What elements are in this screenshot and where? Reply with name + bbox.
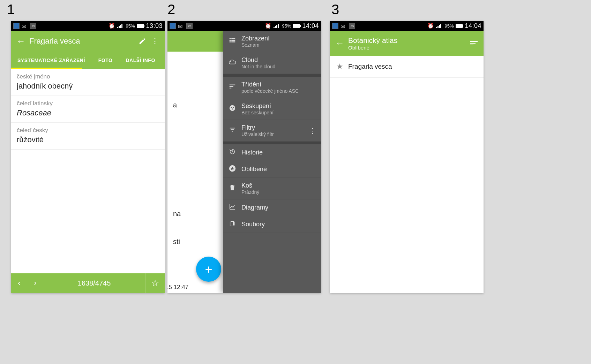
mail-icon: [341, 23, 347, 28]
favorites-icon: [228, 165, 237, 174]
field-family-latin[interactable]: čeleď latinsky Rosaceae: [11, 96, 165, 123]
drawer-label: Soubory: [241, 221, 265, 228]
list-view-icon: [228, 37, 237, 46]
svg-point-12: [232, 108, 233, 109]
tab-systematic[interactable]: SYSTEMATICKÉ ZAŘAZENÍ: [17, 58, 85, 63]
battery-percent: 95%: [444, 23, 454, 29]
drawer-label: Koš: [241, 182, 259, 189]
svg-rect-0: [230, 38, 231, 39]
drawer-item-cloud[interactable]: CloudNot in the cloud: [223, 52, 321, 74]
mail-icon: [178, 23, 184, 28]
drawer-item-kos[interactable]: KošPrázdný: [223, 178, 321, 199]
chart-icon: [228, 203, 237, 212]
drawer-item-historie[interactable]: Historie: [223, 144, 321, 161]
field-value: Rosaceae: [17, 108, 159, 117]
signal-icon: [274, 23, 280, 28]
overflow-menu-button[interactable]: ⋮: [149, 37, 161, 46]
svg-rect-3: [231, 38, 235, 39]
battery-icon: [456, 24, 463, 28]
battery-icon: [293, 24, 300, 28]
svg-rect-4: [231, 40, 235, 41]
screenshot-2: ▭ 95% 14:04 ⋮ a na sti 15 12:47 ＋: [167, 21, 321, 293]
drawer-item-soubory[interactable]: Soubory: [223, 216, 321, 233]
drawer-item-seskupeni[interactable]: SeskupeníBez seskupení: [223, 98, 321, 120]
tab-bar: SYSTEMATICKÉ ZAŘAZENÍ FOTO DALŠÍ INFO: [11, 52, 165, 69]
filter-icon: [228, 126, 237, 135]
drawer-sublabel: Seznam: [241, 42, 270, 48]
drawer-label: Historie: [241, 149, 263, 156]
drawer-label: Diagramy: [241, 204, 268, 211]
history-icon: [228, 148, 237, 157]
field-czech-name[interactable]: české jméno jahodník obecný: [11, 69, 165, 96]
files-icon: [228, 220, 237, 229]
filter-overflow-button[interactable]: ⋮: [309, 127, 316, 135]
clock-time: 14:04: [465, 22, 481, 30]
drawer-sublabel: podle vědecké jméno ASC: [241, 88, 299, 94]
tab-foto[interactable]: FOTO: [98, 58, 113, 63]
fab-add-button[interactable]: ＋: [196, 257, 221, 282]
svg-point-9: [230, 105, 235, 111]
list-item-label: Fragaria vesca: [348, 63, 392, 70]
drawer-item-zobrazeni[interactable]: ZobrazeníSeznam: [223, 31, 321, 52]
pencil-icon: [139, 37, 146, 45]
status-bar: ▭ 95% 14:04: [330, 21, 484, 31]
screenshot-3: ▭ 95% 14:04 ← Botanický atlas Oblíbené ★…: [330, 21, 484, 293]
status-image-icon: ▭: [30, 23, 36, 29]
drawer-label: Cloud: [241, 56, 275, 64]
sort-icon: [470, 41, 478, 45]
field-family-czech[interactable]: čeleď česky růžovité: [11, 123, 165, 150]
drawer-item-trideni[interactable]: Tříděnípodle vědecké jméno ASC: [223, 77, 321, 98]
drawer-divider: [223, 142, 321, 144]
sort-button[interactable]: [467, 41, 480, 45]
record-counter: 1638/4745: [43, 279, 145, 287]
timestamp-partial: 15 12:47: [167, 284, 188, 291]
svg-point-10: [231, 107, 232, 108]
back-button[interactable]: ←: [15, 35, 27, 47]
detail-list: české jméno jahodník obecný čeleď latins…: [11, 69, 165, 150]
screenshot-1: ▭ 95% 13:03 ← Fragaria vesca ⋮ SYSTEMATI…: [11, 21, 165, 293]
status-app-icon: [13, 23, 20, 29]
svg-rect-15: [232, 131, 233, 132]
drawer-sublabel: Bez seskupení: [241, 110, 274, 115]
field-value: růžovité: [17, 135, 159, 144]
star-icon: ★: [336, 62, 343, 71]
page-subtitle: Oblíbené: [348, 45, 467, 51]
tab-dalsi-info[interactable]: DALŠÍ INFO: [126, 58, 155, 63]
drawer-item-oblibene[interactable]: Oblíbené: [223, 161, 321, 178]
page-title: Fragaria vesca: [29, 37, 136, 46]
drawer-item-filtry[interactable]: FiltryUživalelský filtr ⋮: [223, 120, 321, 142]
drawer-label: Filtry: [241, 124, 274, 131]
svg-rect-5: [231, 41, 235, 43]
drawer-item-diagramy[interactable]: Diagramy: [223, 199, 321, 216]
next-record-button[interactable]: ›: [27, 279, 43, 288]
svg-rect-7: [230, 86, 233, 87]
app-bar: ← Fragaria vesca ⋮ SYSTEMATICKÉ ZAŘAZENÍ…: [11, 31, 165, 69]
svg-rect-14: [231, 129, 234, 130]
alarm-icon: [427, 23, 434, 29]
clock-time: 13:03: [146, 22, 163, 30]
svg-rect-6: [230, 85, 235, 85]
footer-bar: ‹ › 1638/4745 ☆: [11, 273, 165, 293]
alarm-icon: [265, 23, 271, 29]
edit-button[interactable]: [136, 37, 149, 45]
prev-record-button[interactable]: ‹: [11, 279, 27, 288]
drawer-label: Oblíbené: [241, 166, 267, 173]
battery-percent: 95%: [126, 23, 135, 29]
alarm-icon: [109, 23, 115, 29]
drawer-sublabel: Prázdný: [241, 189, 259, 195]
favorite-toggle[interactable]: ☆: [145, 273, 165, 293]
svg-rect-13: [230, 128, 235, 129]
battery-icon: [137, 24, 144, 28]
back-button[interactable]: ←: [334, 37, 346, 50]
field-value: jahodník obecný: [17, 82, 159, 91]
field-label: čeleď latinsky: [17, 100, 159, 107]
svg-rect-1: [230, 40, 231, 41]
favorites-list: ★ Fragaria vesca: [330, 56, 484, 78]
screenshot-number: 1: [7, 2, 15, 17]
list-item[interactable]: ★ Fragaria vesca: [330, 56, 484, 78]
status-app-icon: [332, 23, 338, 29]
svg-rect-2: [230, 41, 231, 43]
screenshot-number: 3: [331, 2, 339, 17]
page-title: Botanický atlas: [348, 36, 467, 45]
clock-time: 14:04: [302, 22, 319, 30]
